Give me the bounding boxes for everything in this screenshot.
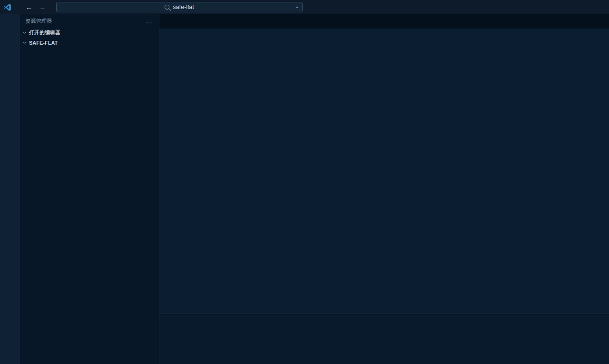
panel-tabbar (159, 314, 609, 327)
titlebar: ← → safe-flat › (0, 0, 609, 14)
editor-tabbar (159, 14, 609, 29)
vscode-window: ← → safe-flat › 资源管理器 … › 打开的编辑器 › SAFE-… (0, 0, 609, 364)
nav-back-icon[interactable]: ← (26, 3, 32, 11)
code-editor[interactable] (159, 38, 609, 314)
activity-bar (0, 14, 20, 364)
more-actions-icon[interactable]: … (146, 17, 153, 25)
chevron-expanded-icon: › (21, 40, 28, 46)
search-value: safe-flat (173, 4, 194, 10)
nav-forward-icon[interactable]: → (39, 3, 46, 11)
sidebar-header: 资源管理器 … (20, 14, 159, 28)
open-editors-section[interactable]: › 打开的编辑器 (20, 28, 159, 38)
chevron-down-icon[interactable]: › (294, 6, 301, 8)
open-editors-label: 打开的编辑器 (29, 29, 60, 36)
command-center-search[interactable]: safe-flat › (56, 2, 303, 12)
search-icon (165, 5, 169, 10)
editor-column (159, 14, 609, 364)
project-root-section[interactable]: › SAFE-FLAT (20, 38, 159, 48)
output-console (159, 327, 609, 364)
chevron-expanded-icon: › (21, 30, 28, 36)
breadcrumb (159, 29, 609, 38)
project-root-label: SAFE-FLAT (29, 40, 58, 46)
sidebar-title: 资源管理器 (25, 18, 52, 25)
explorer-sidebar: 资源管理器 … › 打开的编辑器 › SAFE-FLAT (20, 14, 159, 364)
bottom-panel (159, 314, 609, 364)
nav-arrows: ← → (26, 3, 46, 11)
main-area: 资源管理器 … › 打开的编辑器 › SAFE-FLAT (0, 14, 609, 364)
vscode-logo-icon (0, 3, 14, 11)
